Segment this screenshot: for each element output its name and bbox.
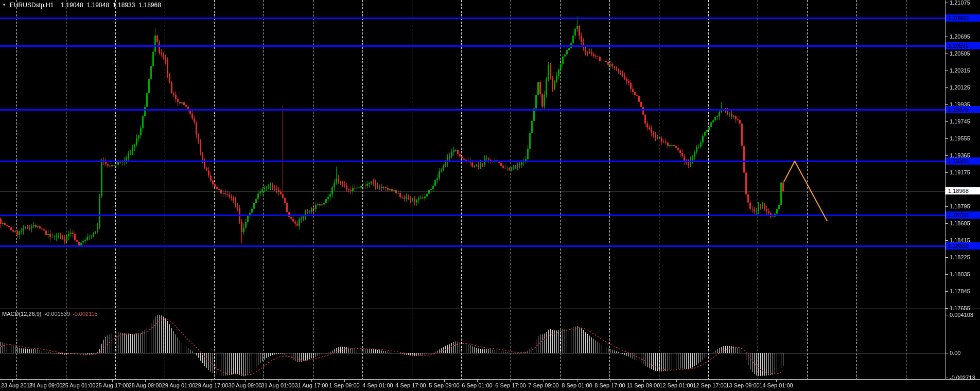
chart-canvas[interactable] <box>0 0 980 391</box>
chart-window: ▼ EURUSDstp,H1 1.190481.190481.189331.18… <box>0 0 980 391</box>
